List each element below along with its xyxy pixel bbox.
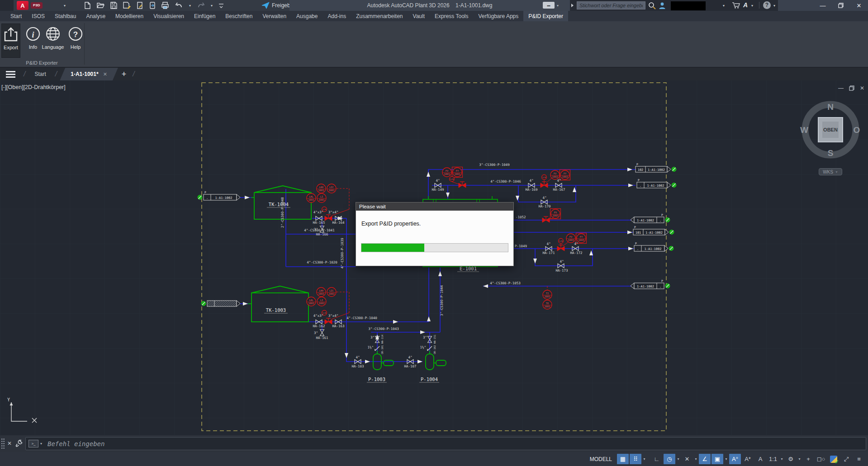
svg-text:HA-167: HA-167: [553, 188, 565, 192]
app-logo-icon[interactable]: A: [17, 1, 28, 10]
open-folder-icon[interactable]: [97, 2, 104, 9]
status-polar-tracking-caret-icon[interactable]: ▾: [676, 457, 681, 461]
status-osnap-tracking-button[interactable]: ∠: [699, 454, 711, 464]
ribbon-tab-verwalten[interactable]: Verwalten: [257, 11, 291, 21]
language-button[interactable]: Language: [43, 24, 62, 58]
ribbon-tab-modellieren[interactable]: Modellieren: [110, 11, 148, 21]
status-snap-button[interactable]: ⠿: [630, 454, 641, 464]
edit-document-icon[interactable]: [137, 2, 143, 9]
drawing-close-button[interactable]: ✕: [860, 85, 864, 91]
command-bar-close-icon[interactable]: ✕: [7, 440, 12, 447]
restore-button[interactable]: [832, 0, 850, 11]
ribbon-tab-beschriften[interactable]: Beschriften: [220, 11, 257, 21]
status-settings-button[interactable]: ⚙: [785, 454, 797, 464]
search-expand-icon[interactable]: [571, 3, 574, 8]
customize-qat-icon[interactable]: [218, 2, 224, 9]
export-document-icon[interactable]: [149, 2, 156, 9]
new-file-icon[interactable]: [84, 2, 91, 9]
status-menu-button[interactable]: ≡: [853, 454, 865, 464]
status-isolate-objects-button[interactable]: ◻○: [815, 454, 827, 464]
help-icon[interactable]: ?: [763, 1, 771, 9]
viewcube[interactable]: OBEN N S W O: [799, 98, 862, 161]
command-caret-icon[interactable]: ▾: [40, 442, 42, 446]
ribbon-tab-p-id-exporter[interactable]: P&ID Exporter: [523, 11, 568, 21]
status-bar: MODELL ▦⠿▾∟◷▾✕▾∠▣▾A°A*A1:1▾⚙▾+◻○✓⤢≡: [0, 452, 868, 466]
close-button[interactable]: ✕: [850, 0, 868, 11]
file-tab-Start[interactable]: Start: [28, 68, 52, 80]
viewcube-west[interactable]: W: [800, 125, 808, 135]
app-menu-caret-icon[interactable]: ▾: [64, 4, 66, 8]
new-tab-button[interactable]: +: [118, 68, 130, 80]
wcs-dropdown[interactable]: WKS▼: [819, 168, 842, 175]
drawing-restore-button[interactable]: [849, 85, 854, 91]
print-icon[interactable]: [161, 2, 169, 9]
command-bar-grip[interactable]: [1, 438, 5, 450]
ribbon-tab-stahlbau[interactable]: Stahlbau: [50, 11, 81, 21]
window-controls: — ✕: [778, 0, 868, 11]
status-annotation-visibility-button[interactable]: A°: [729, 454, 741, 464]
status-annotation-button[interactable]: A: [754, 454, 766, 464]
status-ortho-button[interactable]: ∟: [651, 454, 663, 464]
ribbon-tab-vault[interactable]: Vault: [408, 11, 430, 21]
redo-caret-icon[interactable]: ▾: [211, 4, 213, 8]
ribbon-tab-isos[interactable]: ISOS: [27, 11, 50, 21]
account-caret-icon[interactable]: ▾: [723, 4, 725, 8]
status-annotation-autoscale-button[interactable]: A*: [742, 454, 754, 464]
customize-wrench-icon[interactable]: [15, 439, 23, 447]
status-crosshair-button[interactable]: +: [802, 454, 814, 464]
viewcube-north[interactable]: N: [827, 102, 834, 112]
redo-icon[interactable]: [197, 2, 205, 9]
ribbon-toggle-caret-icon[interactable]: ▾: [557, 4, 559, 8]
viewcube-south[interactable]: S: [828, 148, 834, 158]
ribbon-display-toggle[interactable]: ▬: [543, 2, 555, 9]
status-osnap-button[interactable]: ▣: [711, 454, 723, 464]
ribbon-tab-express-tools[interactable]: Express Tools: [430, 11, 473, 21]
status-snap-caret-icon[interactable]: ▾: [642, 457, 647, 461]
command-input[interactable]: >_ ▾ Befehl eingeben: [25, 437, 866, 450]
status-osnap-caret-icon[interactable]: ▾: [724, 457, 729, 461]
export-button[interactable]: Export: [1, 24, 20, 58]
save-icon[interactable]: [110, 2, 117, 9]
status-isometric-drafting-caret-icon[interactable]: ▾: [693, 457, 698, 461]
save-as-icon[interactable]: [123, 2, 131, 9]
undo-caret-icon[interactable]: ▾: [189, 4, 191, 8]
user-icon[interactable]: [659, 2, 666, 9]
ribbon-tab-einf-gen[interactable]: Einfügen: [189, 11, 220, 21]
command-placeholder[interactable]: Befehl eingeben: [47, 440, 104, 447]
ribbon-tab-add-ins[interactable]: Add-ins: [323, 11, 351, 21]
ribbon-tab-visualisieren[interactable]: Visualisieren: [148, 11, 189, 21]
ribbon-tab-zusammenarbeiten[interactable]: Zusammenarbeiten: [351, 11, 408, 21]
tab-separator: /: [21, 68, 28, 80]
status-polar-tracking-button[interactable]: ◷: [664, 454, 675, 464]
status-grid-button[interactable]: ▦: [617, 454, 629, 464]
tab-close-icon[interactable]: ✕: [103, 71, 107, 77]
viewport-controls-label[interactable]: [-][Oben][2D-Drahtkörper]: [1, 84, 66, 90]
viewcube-east[interactable]: O: [854, 125, 860, 135]
ribbon-tab-verf-gbare-apps[interactable]: Verfügbare Apps: [474, 11, 524, 21]
file-tab-1-A1-1001-[interactable]: 1-A1-1001*✕: [60, 68, 118, 80]
cart-icon[interactable]: [732, 2, 741, 9]
autodesk-icon[interactable]: A: [743, 1, 748, 9]
file-tab-menu-icon[interactable]: [0, 68, 21, 80]
help-caret-icon[interactable]: ▾: [773, 4, 775, 8]
status-isometric-drafting-button[interactable]: ✕: [681, 454, 693, 464]
minimize-button[interactable]: —: [814, 0, 832, 11]
ribbon-tab-start[interactable]: Start: [5, 11, 27, 21]
help-button[interactable]: ?Help: [66, 24, 85, 58]
status-scale-caret-icon[interactable]: ▾: [779, 457, 784, 461]
drawing-area[interactable]: TK-1004TK-1003E-1001P-1003P-1004LAH1001L…: [0, 80, 868, 435]
autodesk-caret-icon[interactable]: ▾: [751, 4, 753, 8]
status-scale-button[interactable]: 1:1: [767, 454, 779, 464]
info-button[interactable]: iInfo: [24, 24, 43, 58]
drawing-minimize-button[interactable]: —: [838, 85, 844, 91]
search-icon[interactable]: [648, 2, 656, 9]
status-fullscreen-button[interactable]: ⤢: [840, 454, 852, 464]
search-input[interactable]: [577, 1, 645, 9]
model-space-button[interactable]: MODELL: [585, 456, 617, 462]
command-terminal-icon[interactable]: >_: [28, 440, 38, 447]
status-hardware-acceleration-button[interactable]: ✓: [828, 454, 840, 464]
status-settings-caret-icon[interactable]: ▾: [797, 457, 802, 461]
ribbon-tab-analyse[interactable]: Analyse: [81, 11, 110, 21]
ribbon-tab-ausgabe[interactable]: Ausgabe: [291, 11, 323, 21]
undo-icon[interactable]: [175, 2, 183, 9]
